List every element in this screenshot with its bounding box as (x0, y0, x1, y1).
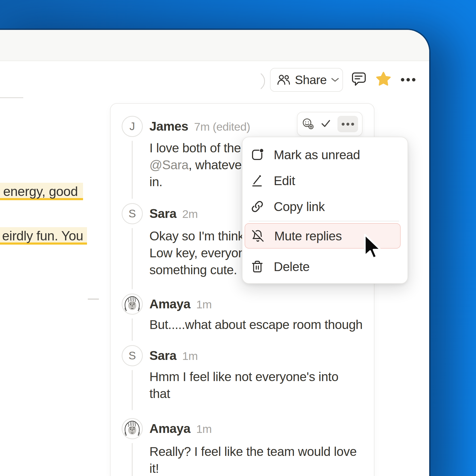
comment-timestamp: 1m (196, 423, 212, 435)
add-reaction-button[interactable] (301, 118, 314, 130)
ellipsis-icon (401, 78, 415, 81)
edit-icon (251, 174, 264, 187)
comment-more-button[interactable] (337, 116, 358, 132)
avatar-james: J (122, 116, 143, 137)
text-segment: I love both of the (149, 141, 241, 155)
text-segment: Okay so I'm think (149, 229, 244, 243)
comment-timestamp: 1m (182, 350, 198, 362)
user-mention[interactable]: @Sara (149, 158, 189, 172)
window-more-button[interactable] (399, 76, 417, 84)
text-segment: something cute. (149, 263, 237, 277)
comment-timestamp: 1m (196, 298, 212, 311)
share-button-label: Share (295, 73, 327, 87)
avatar-amaya (122, 294, 143, 315)
star-icon (376, 72, 391, 88)
resolve-button[interactable] (320, 118, 332, 130)
text-segment: , whatever (189, 158, 246, 172)
doc-divider-line (0, 97, 23, 98)
text-segment: it! (149, 461, 159, 475)
comment-connector-dash (88, 299, 99, 300)
text-segment: But.....what about escape room though (149, 318, 363, 332)
menu-item-label: Delete (274, 259, 310, 274)
comment-header: James7m (edited) (149, 118, 250, 135)
menu-item-label: Copy link (274, 199, 325, 214)
comment-timestamp: 7m (edited) (194, 120, 250, 133)
menu-item-edit[interactable]: Edit (245, 168, 405, 193)
bell-off-icon (251, 230, 264, 242)
comment-header: Sara1m (149, 347, 198, 364)
comment-bubble-icon (351, 72, 366, 87)
comments-button[interactable] (351, 71, 367, 88)
text-segment: that (149, 387, 170, 401)
thread-connector-line (132, 228, 133, 289)
comment-author: Amaya (149, 422, 190, 436)
avatar-crescent (245, 71, 265, 91)
menu-item-label: Mark as unread (274, 148, 360, 162)
comment-author: Sara (149, 349, 176, 363)
comment-timestamp: 2m (182, 208, 198, 220)
ellipsis-icon (342, 123, 354, 126)
menu-item-label: Edit (274, 173, 295, 188)
comment-author: James (149, 119, 188, 133)
comment-text-line: that (149, 385, 364, 402)
comment-author: Amaya (149, 297, 190, 311)
text-segment: Low key, everyon (149, 246, 245, 260)
menu-item-copy-link[interactable]: Copy link (245, 194, 405, 219)
comment-context-menu: Mark as unreadEditCopy linkMute repliesD… (242, 137, 408, 284)
comment-text-line: it! (149, 460, 364, 476)
comment-author: Sara (149, 207, 176, 221)
check-icon (320, 118, 331, 130)
menu-divider (249, 221, 399, 221)
thread-connector-line (132, 141, 133, 199)
ui-layer: Share energy, good eirdly fun. (0, 0, 476, 476)
share-button[interactable]: Share (270, 68, 343, 92)
avatar-sara: S (122, 345, 143, 366)
emoji-plus-icon (302, 117, 314, 131)
menu-item-label: Mute replies (274, 229, 342, 243)
comment-hover-toolbar (297, 112, 363, 136)
chevron-down-icon (331, 77, 339, 82)
copy-link-icon (251, 200, 264, 213)
thread-connector-line (132, 443, 133, 476)
comment-text-line: Really? I feel like the team would love (149, 443, 364, 460)
avatar-amaya (122, 418, 143, 439)
trash-icon (251, 260, 264, 273)
text-segment: Really? I feel like the team would love (149, 445, 357, 459)
comment-header: Sara2m (149, 205, 198, 222)
favorite-button[interactable] (375, 71, 392, 88)
thread-connector-line (132, 318, 133, 341)
mouse-cursor (362, 234, 386, 261)
comment-header: Amaya1m (149, 420, 212, 437)
avatar-sara: S (122, 203, 143, 224)
comment-header: Amaya1m (149, 296, 212, 313)
comment-text-line: But.....what about escape room though (149, 316, 364, 333)
people-icon (277, 74, 291, 86)
mark-unread-icon (251, 148, 264, 161)
text-segment: Hmm I feel like not everyone's into (149, 370, 338, 384)
thread-connector-line (132, 370, 133, 410)
doc-highlight-2[interactable]: eirdly fun. You (0, 227, 87, 245)
text-segment: in. (149, 175, 162, 189)
menu-item-mark-as-unread[interactable]: Mark as unread (245, 142, 405, 167)
comment-text-line: Hmm I feel like not everyone's into (149, 368, 364, 385)
doc-highlight-1[interactable]: energy, good (0, 183, 83, 200)
